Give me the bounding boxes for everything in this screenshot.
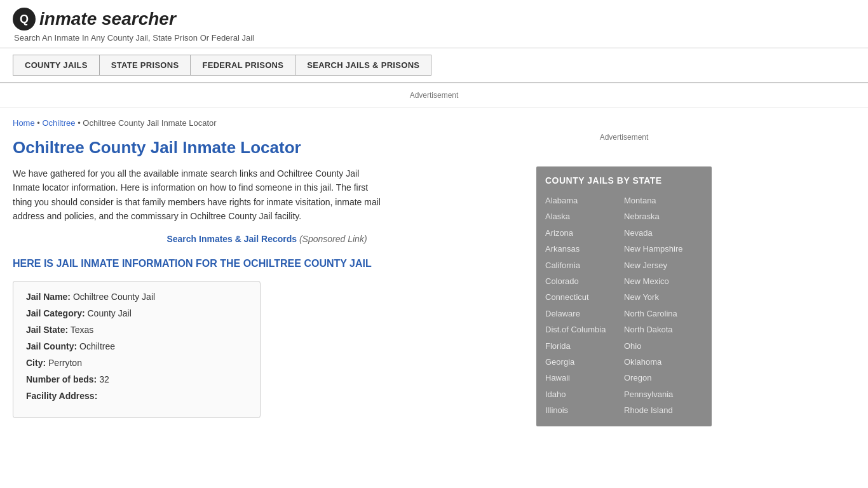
jail-address-row: Facility Address:	[26, 391, 247, 401]
jail-county-row: Jail County: Ochiltree	[26, 341, 247, 351]
jail-county-label: Jail County:	[26, 341, 77, 351]
jail-state-value: Texas	[71, 325, 94, 335]
state-item[interactable]: Illinois	[545, 403, 624, 417]
state-item[interactable]: Alaska	[545, 209, 624, 224]
state-item[interactable]: California	[545, 258, 624, 273]
jail-state-label: Jail State:	[26, 325, 68, 335]
logo-area: Q inmate searcher	[13, 8, 855, 30]
sponsored-label: (Sponsored Link)	[299, 234, 367, 244]
state-item[interactable]: Nevada	[624, 226, 703, 240]
header-subtitle: Search An Inmate In Any County Jail, Sta…	[14, 33, 855, 43]
sidebar-ad-label: Advertisement	[600, 133, 649, 142]
jail-beds-label: Number of beds:	[26, 374, 97, 384]
state-col-2: MontanaNebraskaNevadaNew HampshireNew Je…	[624, 193, 703, 417]
sidebar: Advertisement COUNTY JAILS BY STATE Alab…	[521, 108, 712, 437]
state-item[interactable]: New Hampshire	[624, 241, 703, 256]
content: Home • Ochiltree • Ochiltree County Jail…	[13, 108, 521, 437]
header: Q inmate searcher Search An Inmate In An…	[0, 0, 868, 48]
sidebar-ad: Advertisement	[536, 118, 712, 156]
nav: COUNTY JAILS STATE PRISONS FEDERAL PRISO…	[0, 48, 868, 83]
nav-buttons: COUNTY JAILS STATE PRISONS FEDERAL PRISO…	[13, 55, 855, 76]
description: We have gathered for you all the availab…	[13, 166, 388, 224]
section-heading: HERE IS JAIL INMATE INFORMATION FOR THE …	[13, 257, 521, 271]
logo-brand: inmate searcher	[39, 9, 176, 29]
state-box-title: COUNTY JAILS BY STATE	[545, 175, 703, 186]
state-item[interactable]: New York	[624, 290, 703, 304]
jail-beds-value: 32	[99, 374, 109, 384]
jail-county-value: Ochiltree	[79, 341, 115, 351]
logo-text: inmate searcher	[39, 9, 176, 29]
breadcrumb: Home • Ochiltree • Ochiltree County Jail…	[13, 118, 521, 128]
jail-category-row: Jail Category: County Jail	[26, 308, 247, 318]
state-item[interactable]: Georgia	[545, 355, 624, 369]
jail-name-label: Jail Name:	[26, 292, 71, 302]
jail-name-row: Jail Name: Ochiltree County Jail	[26, 292, 247, 302]
state-item[interactable]: Arkansas	[545, 241, 624, 256]
state-item[interactable]: New Mexico	[624, 274, 703, 288]
state-col-1: AlabamaAlaskaArizonaArkansasCaliforniaCo…	[545, 193, 624, 417]
nav-federal-prisons[interactable]: FEDERAL PRISONS	[191, 55, 295, 76]
state-item[interactable]: New Jersey	[624, 258, 703, 273]
ad-label: Advertisement	[410, 91, 459, 100]
jail-address-label: Facility Address:	[26, 391, 97, 401]
state-item[interactable]: Arizona	[545, 226, 624, 240]
breadcrumb-current: Ochiltree County Jail Inmate Locator	[83, 118, 216, 128]
state-item[interactable]: Pennsylvania	[624, 387, 703, 402]
state-item[interactable]: Connecticut	[545, 290, 624, 304]
logo-icon: Q	[13, 8, 36, 30]
state-item[interactable]: North Dakota	[624, 322, 703, 337]
jail-state-row: Jail State: Texas	[26, 325, 247, 335]
state-item[interactable]: Idaho	[545, 387, 624, 402]
state-item[interactable]: Nebraska	[624, 209, 703, 224]
state-box: COUNTY JAILS BY STATE AlabamaAlaskaArizo…	[536, 166, 712, 426]
state-item[interactable]: Hawaii	[545, 370, 624, 385]
jail-city-label: City:	[26, 358, 46, 368]
state-item[interactable]: Rhode Island	[624, 403, 703, 417]
jail-city-row: City: Perryton	[26, 358, 247, 368]
state-item[interactable]: Dist.of Columbia	[545, 322, 624, 337]
ad-bar: Advertisement	[0, 83, 868, 108]
state-item[interactable]: Oklahoma	[624, 355, 703, 369]
jail-category-value: County Jail	[87, 308, 131, 318]
page-title: Ochiltree County Jail Inmate Locator	[13, 138, 521, 158]
sponsored-link-area: Search Inmates & Jail Records (Sponsored…	[13, 234, 521, 244]
jail-city-value: Perryton	[48, 358, 82, 368]
breadcrumb-home[interactable]: Home	[13, 118, 35, 128]
nav-state-prisons[interactable]: STATE PRISONS	[100, 55, 191, 76]
state-item[interactable]: Montana	[624, 193, 703, 208]
jail-name-val: Ochiltree County Jail	[73, 292, 155, 302]
state-item[interactable]: Delaware	[545, 306, 624, 321]
state-columns: AlabamaAlaskaArizonaArkansasCaliforniaCo…	[545, 193, 703, 417]
nav-county-jails[interactable]: COUNTY JAILS	[13, 55, 100, 76]
state-item[interactable]: North Carolina	[624, 306, 703, 321]
state-item[interactable]: Alabama	[545, 193, 624, 208]
state-item[interactable]: Oregon	[624, 370, 703, 385]
state-item[interactable]: Colorado	[545, 274, 624, 288]
info-card: Jail Name: Ochiltree County Jail Jail Ca…	[13, 281, 261, 418]
sponsored-link[interactable]: Search Inmates & Jail Records	[166, 234, 297, 244]
jail-category-label: Jail Category:	[26, 308, 85, 318]
nav-search-jails[interactable]: SEARCH JAILS & PRISONS	[295, 55, 431, 76]
state-item[interactable]: Ohio	[624, 339, 703, 353]
state-item[interactable]: Florida	[545, 339, 624, 353]
breadcrumb-ochiltree[interactable]: Ochiltree	[42, 118, 75, 128]
main-layout: Home • Ochiltree • Ochiltree County Jail…	[0, 108, 868, 437]
jail-beds-row: Number of beds: 32	[26, 374, 247, 384]
